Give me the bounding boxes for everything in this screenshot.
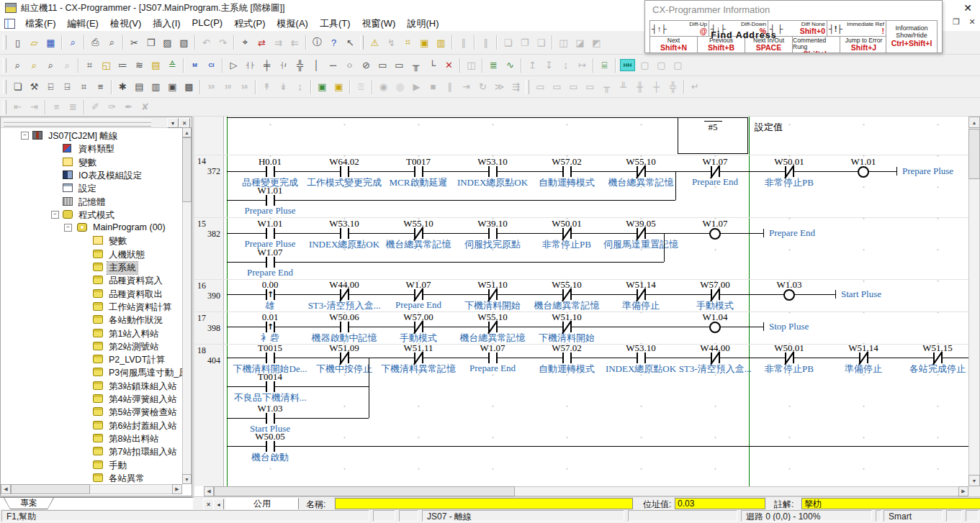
instruction-box-3-icon[interactable]: ╥	[408, 58, 424, 73]
menu-item-8[interactable]: 工具(T)	[314, 17, 356, 30]
instruction-box-2-icon[interactable]: ▭	[391, 58, 408, 73]
step-run-icon[interactable]: ⇥	[458, 79, 475, 94]
output-coil[interactable]	[783, 289, 795, 301]
go-back-icon[interactable]: ↵	[687, 79, 703, 94]
monitor-window-icon[interactable]: ◫	[463, 58, 480, 73]
contact-no[interactable]	[340, 166, 349, 177]
tree-item-7[interactable]: −MainProgram (00)	[1, 221, 181, 234]
rung-list-icon[interactable]: ≔	[114, 58, 131, 73]
menu-item-6[interactable]: 程式(P)	[228, 17, 271, 30]
common-scope-button[interactable]: 公用	[225, 498, 299, 510]
contact-nc[interactable]	[637, 228, 646, 239]
tree-item-23[interactable]: 第8站出料站	[1, 432, 181, 445]
tree-scroll-down-icon[interactable]: ▼	[182, 474, 192, 484]
force-off-icon[interactable]: ↧	[541, 58, 557, 73]
mode-monitor-icon[interactable]: ◎	[392, 79, 408, 94]
zoom-in-icon[interactable]: ⌕	[9, 58, 26, 73]
menu-item-5[interactable]: PLC(P)	[186, 17, 229, 28]
tree-item-19[interactable]: 第3站鎖珠組入站	[1, 379, 181, 392]
contact-no[interactable]	[562, 353, 572, 363]
vertical-line-icon[interactable]: │	[308, 58, 325, 73]
contact-no[interactable]	[340, 228, 349, 239]
tree-hscroll-thumb[interactable]	[11, 484, 90, 494]
tree-item-26[interactable]: 各站異常	[1, 471, 181, 484]
plc-error-icon[interactable]: ▣	[416, 35, 433, 50]
contact-no[interactable]	[414, 166, 423, 177]
menu-item-1[interactable]: 檔案(F)	[19, 17, 62, 30]
pause-all-icon[interactable]: ∥	[477, 35, 494, 50]
find-error-icon[interactable]: ⌗	[400, 35, 416, 50]
indent-right-icon[interactable]: ⇥	[26, 99, 42, 114]
format-sdec-icon[interactable]: 10	[220, 79, 236, 94]
diff-monitor-a-icon[interactable]: ╥	[598, 79, 615, 94]
coil-new-icon[interactable]: ○	[341, 58, 358, 73]
contact-no[interactable]	[266, 228, 275, 239]
find-previous-icon[interactable]: ⇇	[287, 35, 303, 50]
ladder-hscroll-thumb[interactable]	[214, 486, 515, 496]
comment-field[interactable]: 摮朸	[801, 498, 980, 509]
open-project-icon[interactable]: ▱	[26, 35, 42, 50]
contact-no-or-icon[interactable]: ╪	[259, 58, 275, 73]
online-simulator-icon[interactable]: ▣	[331, 79, 347, 94]
workspace-close-icon[interactable]: ✕	[179, 118, 190, 128]
toolbar-handle[interactable]	[3, 80, 6, 94]
toolbar-handle[interactable]	[3, 35, 6, 50]
contact-no[interactable]	[266, 441, 275, 452]
new-document-icon[interactable]: ▯	[9, 35, 26, 50]
coil-nc-icon[interactable]: ⊘	[358, 58, 374, 73]
tree-item-4[interactable]: 設定	[1, 181, 181, 194]
transfer-program-icon[interactable]: ⍐	[353, 79, 369, 94]
contact-no[interactable]	[562, 166, 572, 177]
contact-nc[interactable]	[488, 322, 498, 332]
download-icon[interactable]: ↡	[275, 79, 292, 94]
zoom-custom-icon[interactable]: ⌕	[26, 58, 42, 73]
monitor-hh-icon[interactable]: HH	[620, 59, 635, 71]
tree-item-14[interactable]: 各站動作狀況	[1, 313, 181, 326]
tree-item-0[interactable]: −JS07[CJ2M] 離線	[1, 129, 181, 142]
contact-nc[interactable]	[414, 353, 423, 363]
monitor-error-icon[interactable]: ▥	[433, 35, 449, 50]
tree-expander-icon[interactable]: −	[51, 211, 59, 219]
pause-monitor-icon[interactable]: ∥	[455, 35, 472, 50]
context-help-icon[interactable]: ↖	[342, 35, 359, 50]
window-arrange-icon[interactable]: ❑	[533, 35, 549, 50]
format-dec-icon[interactable]: 10	[203, 79, 220, 94]
force-toggle-icon[interactable]: ✒	[120, 99, 137, 114]
tree-item-3[interactable]: IO表及模組設定	[1, 168, 181, 181]
output-coil[interactable]	[709, 322, 721, 333]
paste-special-icon[interactable]: ▧	[176, 35, 192, 50]
tree-item-24[interactable]: 第7站扣環組入站	[1, 445, 181, 458]
tree-item-15[interactable]: 第1站入料站	[1, 327, 181, 340]
work-online-icon[interactable]: ▣	[314, 79, 331, 94]
copy-icon[interactable]: ❐	[143, 35, 159, 50]
indent-left-icon[interactable]: ⇤	[9, 99, 26, 114]
menu-item-4[interactable]: 插入(I)	[147, 17, 186, 30]
name-field[interactable]	[335, 498, 633, 509]
contact-no[interactable]	[266, 257, 275, 268]
tree-item-12[interactable]: 品種資料取出	[1, 287, 181, 300]
profile-b-icon[interactable]: ◪	[572, 35, 588, 50]
tree-expander-icon[interactable]: −	[21, 132, 29, 140]
symbol-table-icon[interactable]: ▤	[148, 58, 164, 73]
contact-no[interactable]	[488, 228, 498, 239]
compare-plc-icon[interactable]: ↨	[292, 79, 308, 94]
binary-view-icon[interactable]: ▩	[181, 79, 197, 94]
run-icon[interactable]: ▶	[408, 79, 425, 94]
contact-up[interactable]	[266, 289, 275, 300]
tree-item-2[interactable]: 變數	[1, 155, 181, 168]
ladder-scroll-up-icon[interactable]: ▲	[968, 117, 980, 128]
diff-monitor-d-icon[interactable]: ┼	[648, 79, 665, 94]
format-hex-icon[interactable]: 16	[236, 79, 253, 94]
delete-line-icon[interactable]: ✕	[441, 58, 457, 73]
ladder-scroll-right-icon[interactable]: ▶	[958, 486, 968, 496]
instruction-box-icon[interactable]: ▭	[374, 58, 391, 73]
watch-3-icon[interactable]: ▢	[653, 58, 670, 73]
print-icon[interactable]: ⎙	[87, 35, 104, 50]
profile-a-icon[interactable]: ◫	[555, 35, 572, 50]
contact-no[interactable]	[266, 166, 275, 177]
tree-scroll-left-icon[interactable]: ◀	[1, 484, 11, 494]
contact-nc[interactable]	[414, 289, 423, 300]
window-tile-icon[interactable]: ❐	[516, 35, 533, 50]
save-project-icon[interactable]: ▦	[42, 35, 59, 50]
profile-c-icon[interactable]: ◩	[588, 35, 605, 50]
